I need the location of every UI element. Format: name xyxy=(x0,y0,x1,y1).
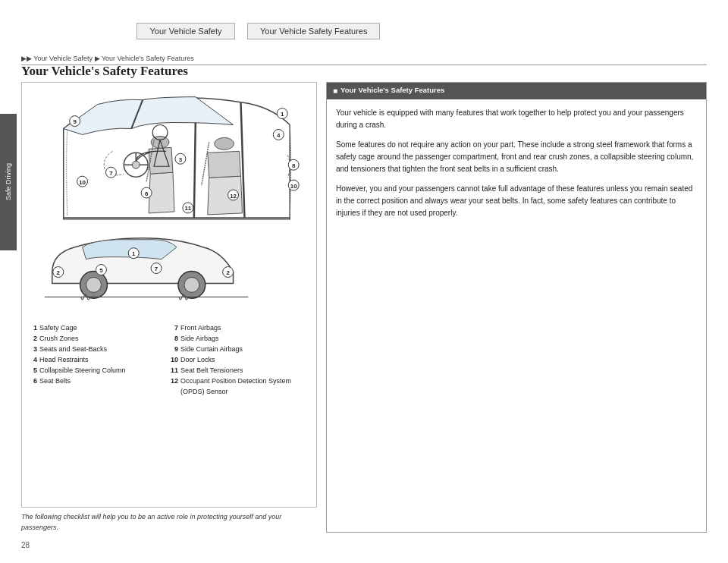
legend-text-3: Seats and Seat-Backs xyxy=(39,344,107,355)
diagram-box: 1 3 4 6 7 8 9 xyxy=(21,82,317,508)
legend-item-5: 5Collapsible Steering Column xyxy=(28,366,169,376)
legend-text-6: Seat Belts xyxy=(39,376,71,398)
svg-text:10: 10 xyxy=(79,179,86,186)
legend-item-3: 3Seats and Seat-Backs xyxy=(28,344,169,355)
legend-text-2: Crush Zones xyxy=(39,334,79,344)
legend-num-10: 10 xyxy=(169,355,178,366)
svg-text:9: 9 xyxy=(73,118,77,125)
info-box-body: Your vehicle is equipped with many featu… xyxy=(327,99,706,234)
svg-point-8 xyxy=(132,161,140,168)
legend-num-2: 2 xyxy=(28,334,37,344)
legend-num-9: 9 xyxy=(169,344,178,355)
svg-text:7: 7 xyxy=(109,170,113,177)
legend-item-2: 2Crush Zones xyxy=(28,334,169,344)
legend-num-7: 7 xyxy=(169,323,178,334)
page-number: 28 xyxy=(21,541,30,549)
legend-num-5: 5 xyxy=(28,366,37,376)
svg-text:10: 10 xyxy=(290,183,297,190)
sidebar-label: Safe Driving xyxy=(5,163,13,200)
nav-btn-2[interactable]: Your Vehicle Safety Features xyxy=(247,23,380,39)
left-panel: 1 3 4 6 7 8 9 xyxy=(21,82,317,533)
legend-item-12: 12Occupant Position Detection System (OP… xyxy=(169,376,310,398)
legend-num-11: 11 xyxy=(169,366,178,376)
info-box-title: Your Vehicle's Safety Features xyxy=(340,85,444,96)
legend-text-7: Front Airbags xyxy=(180,323,221,334)
legend-num-3: 3 xyxy=(28,344,37,355)
legend-item-7: 7Front Airbags xyxy=(169,323,310,334)
legend-num-1: 1 xyxy=(28,323,37,334)
svg-point-40 xyxy=(184,277,199,292)
legend-item-1: 1Safety Cage xyxy=(28,323,169,334)
svg-text:3: 3 xyxy=(179,156,183,163)
caption-text: The following checklist will help you to… xyxy=(21,512,317,533)
legend-text-10: Door Locks xyxy=(180,355,215,366)
svg-text:2: 2 xyxy=(57,269,61,276)
vehicle-diagram: 1 3 4 6 7 8 9 xyxy=(22,83,316,318)
info-box-header: ■ Your Vehicle's Safety Features xyxy=(327,83,706,99)
legend-text-5: Collapsible Steering Column xyxy=(39,366,126,376)
page-title: Your Vehicle's Safety Features xyxy=(21,64,188,79)
legend-text-4: Head Restraints xyxy=(39,355,89,366)
legend-num-4: 4 xyxy=(28,355,37,366)
svg-text:6: 6 xyxy=(145,190,149,197)
info-para-1: Your vehicle is equipped with many featu… xyxy=(336,107,697,131)
info-para-3: However, you and your passengers cannot … xyxy=(336,183,697,219)
svg-text:5: 5 xyxy=(99,267,103,274)
svg-text:8: 8 xyxy=(292,162,296,169)
legend-num-12: 12 xyxy=(169,376,178,398)
svg-text:11: 11 xyxy=(184,205,191,212)
legend-num-6: 6 xyxy=(28,376,37,398)
legend-item-11: 11Seat Belt Tensioners xyxy=(169,366,310,376)
svg-text:1: 1 xyxy=(132,250,136,257)
svg-text:12: 12 xyxy=(230,193,237,200)
legend-text-1: Safety Cage xyxy=(39,323,77,334)
sidebar-tab: Safe Driving xyxy=(0,114,17,250)
legend-item-8: 8Side Airbags xyxy=(169,334,310,344)
legend-item-4: 4Head Restraints xyxy=(28,355,169,366)
legend-num-8: 8 xyxy=(169,334,178,344)
info-icon: ■ xyxy=(333,85,337,97)
legend-text-8: Side Airbags xyxy=(180,334,219,344)
legend-item-6: 6Seat Belts xyxy=(28,376,169,398)
legend-text-11: Seat Belt Tensioners xyxy=(180,366,243,376)
legend-list: 1Safety Cage 7Front Airbags 2Crush Zones… xyxy=(22,320,316,401)
legend-text-12: Occupant Position Detection System (OPDS… xyxy=(180,376,310,398)
svg-text:4: 4 xyxy=(277,132,281,139)
svg-text:1: 1 xyxy=(281,111,284,118)
info-box: ■ Your Vehicle's Safety Features Your ve… xyxy=(326,82,707,533)
legend-item-9: 9Side Curtain Airbags xyxy=(169,344,310,355)
svg-text:2: 2 xyxy=(226,269,230,276)
main-content: 1 3 4 6 7 8 9 xyxy=(21,82,707,533)
legend-text-9: Side Curtain Airbags xyxy=(180,344,243,355)
top-nav: Your Vehicle Safety Your Vehicle Safety … xyxy=(136,23,380,39)
right-panel: ■ Your Vehicle's Safety Features Your ve… xyxy=(326,82,707,533)
svg-point-5 xyxy=(215,137,234,149)
legend-item-10: 10Door Locks xyxy=(169,355,310,366)
svg-point-38 xyxy=(86,277,102,292)
info-para-2: Some features do not require any action … xyxy=(336,139,697,175)
svg-text:7: 7 xyxy=(155,266,158,272)
nav-btn-1[interactable]: Your Vehicle Safety xyxy=(136,23,235,39)
